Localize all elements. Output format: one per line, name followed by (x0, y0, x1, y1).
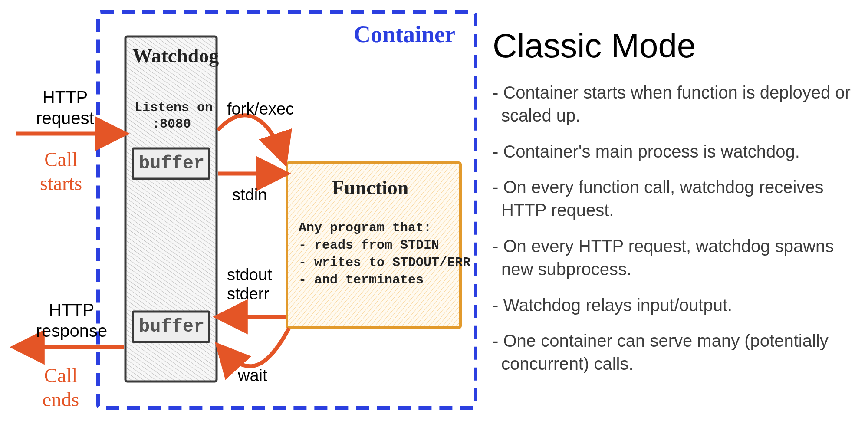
arrow-wait (220, 328, 289, 366)
buffer-top-label: buffer (139, 153, 204, 174)
bullet-item: - One container can serve many (potentia… (493, 329, 853, 375)
function-desc2: - reads from STDIN (299, 238, 439, 253)
bullet-text: Container starts when function is deploy… (501, 83, 851, 125)
function-desc3: - writes to STDOUT/ERR (299, 255, 470, 270)
bullet-item: - Watchdog relays input/output. (493, 294, 853, 317)
watchdog-title: Watchdog (132, 44, 219, 67)
page-title: Classic Mode (493, 26, 853, 66)
diagram-stage: Container Watchdog Listens on :8080 buff… (0, 0, 868, 424)
diagram-svg (0, 0, 490, 424)
http-response-label: HTTP response (35, 299, 108, 341)
bullet-item: - Container's main process is watchdog. (493, 140, 853, 163)
call-ends-label: Call ends (30, 364, 91, 411)
function-title: Function (332, 176, 408, 199)
http-request-label: HTTP request (35, 87, 95, 128)
bullet-text: On every function call, watchdog receive… (501, 177, 824, 220)
arrow-fork-exec (218, 115, 284, 161)
rhs-panel: Classic Mode - Container starts when fun… (493, 26, 853, 388)
function-desc1: Any program that: (299, 220, 431, 235)
fork-exec-label: fork/exec (227, 100, 294, 118)
bullet-item: - On every function call, watchdog recei… (493, 176, 853, 222)
stdout-stderr-label: stdout stderr (227, 266, 272, 303)
bullet-text: Watchdog relays input/output. (503, 296, 732, 315)
buffer-bottom-label: buffer (139, 316, 204, 337)
bullet-list: - Container starts when function is depl… (493, 81, 853, 375)
container-label: Container (354, 21, 455, 48)
bullet-text: Container's main process is watchdog. (503, 142, 800, 161)
wait-label: wait (238, 366, 267, 385)
watchdog-listens: Listens on :8080 (135, 100, 208, 132)
bullet-text: On every HTTP request, watchdog spawns n… (501, 237, 834, 279)
bullet-item: - Container starts when function is depl… (493, 81, 853, 127)
function-desc4: - and terminates (299, 273, 424, 287)
bullet-item: - On every HTTP request, watchdog spawns… (493, 235, 853, 281)
stdin-label: stdin (232, 186, 267, 204)
call-starts-label: Call starts (25, 148, 97, 195)
bullet-text: One container can serve many (potentiall… (501, 331, 829, 373)
